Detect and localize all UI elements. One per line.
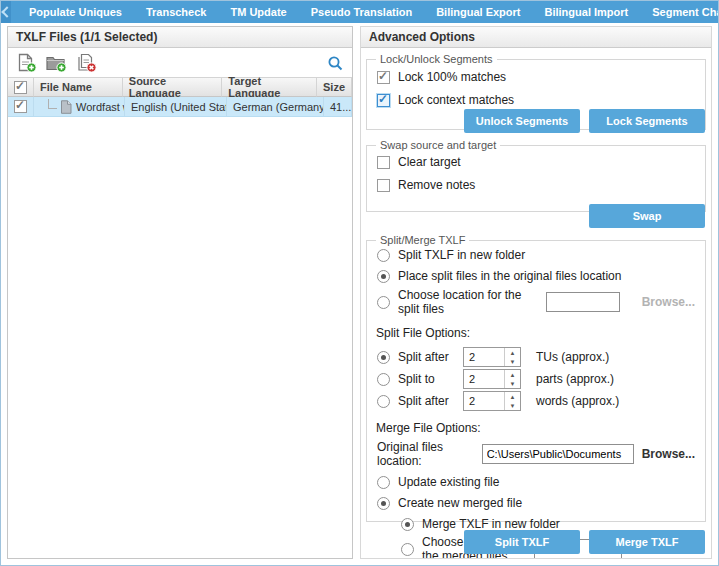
- file-icon: [60, 100, 72, 114]
- tab-bilingual-import[interactable]: Bilingual Import: [533, 1, 641, 23]
- split-tus-value: 2: [464, 348, 504, 366]
- swap-button-row: Swap: [589, 204, 705, 228]
- file-size: 41...: [324, 97, 352, 117]
- swap-button[interactable]: Swap: [589, 204, 705, 228]
- lock-unlock-legend: Lock/Unlock Segments: [376, 53, 497, 65]
- split-after-words-label: Split after: [398, 394, 449, 408]
- split-choose-location-label: Choose location for the split files: [398, 288, 538, 316]
- lock-context-checkbox[interactable]: [377, 94, 390, 107]
- tab-pseudo-translation[interactable]: Pseudo Translation: [299, 1, 424, 23]
- original-location-label: Original files location:: [377, 440, 474, 468]
- lock-100-label: Lock 100% matches: [398, 70, 506, 84]
- tab-tm-update[interactable]: TM Update: [218, 1, 298, 23]
- split-after-tus-label: Split after: [398, 350, 449, 364]
- create-new-merged-radio[interactable]: [377, 497, 390, 510]
- advanced-options-title: Advanced Options: [361, 27, 711, 48]
- tab-segment-changes[interactable]: Segment Changes: [640, 1, 719, 23]
- merge-browse-button[interactable]: Browse...: [642, 447, 695, 461]
- tab-transcheck[interactable]: Transcheck: [134, 1, 219, 23]
- advanced-options-panel: Advanced Options Lock/Unlock Segments Lo…: [360, 26, 712, 559]
- split-location-input[interactable]: [546, 292, 620, 312]
- split-to-parts-label: Split to: [398, 372, 435, 386]
- stepper-arrows-icon[interactable]: ▲▼: [504, 370, 520, 388]
- stepper-arrows-icon[interactable]: ▲▼: [504, 348, 520, 366]
- split-to-parts-radio[interactable]: [377, 373, 390, 386]
- tab-strip: Populate Uniques Transcheck TM Update Ps…: [17, 1, 719, 23]
- table-row[interactable]: Wordfast w... English (United States) Ge…: [8, 97, 352, 117]
- split-merge-buttons-row: Split TXLF Merge TXLF: [464, 530, 705, 554]
- lock-segments-button[interactable]: Lock Segments: [589, 109, 705, 133]
- file-table: File Name Source Language Target Languag…: [8, 77, 352, 117]
- file-toolbar: [8, 48, 352, 77]
- lock-context-label: Lock context matches: [398, 93, 514, 107]
- column-file-name[interactable]: File Name: [34, 77, 123, 97]
- create-new-merged-label: Create new merged file: [398, 496, 522, 510]
- remove-files-icon[interactable]: [75, 53, 98, 73]
- split-merge-legend: Split/Merge TXLF: [376, 234, 469, 246]
- tree-branch-icon: [48, 99, 57, 109]
- merge-new-folder-label: Merge TXLF in new folder: [422, 517, 560, 531]
- file-table-header: File Name Source Language Target Languag…: [8, 77, 352, 97]
- split-original-location-radio[interactable]: [377, 270, 390, 283]
- remove-notes-checkbox[interactable]: [377, 179, 390, 192]
- add-file-icon[interactable]: [16, 53, 38, 73]
- scroll-tabs-left-button[interactable]: [1, 1, 11, 23]
- row-checkbox[interactable]: [14, 100, 27, 113]
- split-new-folder-label: Split TXLF in new folder: [398, 248, 525, 262]
- split-parts-stepper[interactable]: 2 ▲▼: [463, 369, 521, 389]
- split-words-stepper[interactable]: 2 ▲▼: [463, 391, 521, 411]
- column-source-language[interactable]: Source Language: [123, 77, 223, 97]
- column-target-language[interactable]: Target Language: [222, 77, 317, 97]
- lock-100-checkbox[interactable]: [377, 71, 390, 84]
- split-merge-group: Split/Merge TXLF Split TXLF in new folde…: [366, 234, 706, 522]
- remove-notes-label: Remove notes: [398, 178, 475, 192]
- tab-bilingual-export[interactable]: Bilingual Export: [424, 1, 532, 23]
- split-choose-location-radio[interactable]: [377, 296, 390, 309]
- split-file-options-label: Split File Options:: [376, 326, 697, 340]
- search-icon[interactable]: [327, 55, 344, 72]
- split-browse-button: Browse...: [642, 295, 695, 309]
- unlock-segments-button[interactable]: Unlock Segments: [464, 109, 580, 133]
- split-words-value: 2: [464, 392, 504, 410]
- select-all-checkbox[interactable]: [14, 81, 27, 94]
- column-size[interactable]: Size: [317, 77, 352, 97]
- original-location-input[interactable]: [482, 444, 634, 464]
- split-tus-stepper[interactable]: 2 ▲▼: [463, 347, 521, 367]
- split-after-words-radio[interactable]: [377, 395, 390, 408]
- clear-target-checkbox[interactable]: [377, 156, 390, 169]
- swap-group: Swap source and target Clear target Remo…: [366, 139, 706, 212]
- txlf-files-panel-title: TXLF Files (1/1 Selected): [8, 27, 352, 48]
- file-source-language: English (United States): [125, 97, 227, 117]
- file-name: Wordfast w...: [76, 101, 125, 113]
- stepper-arrows-icon[interactable]: ▲▼: [504, 392, 520, 410]
- split-words-suffix: words (approx.): [536, 394, 619, 408]
- file-target-language: German (Germany): [227, 97, 324, 117]
- lock-buttons-row: Unlock Segments Lock Segments: [464, 109, 705, 133]
- split-new-folder-radio[interactable]: [377, 249, 390, 262]
- update-existing-label: Update existing file: [398, 475, 499, 489]
- chevron-left-icon: [1, 6, 12, 17]
- app-window: Populate Uniques Transcheck TM Update Ps…: [0, 0, 719, 566]
- tab-bar: Populate Uniques Transcheck TM Update Ps…: [1, 1, 718, 23]
- txlf-files-panel: TXLF Files (1/1 Selected): [7, 26, 353, 559]
- merge-file-options-label: Merge File Options:: [376, 421, 697, 435]
- swap-legend: Swap source and target: [376, 139, 500, 151]
- split-original-location-label: Place split files in the original files …: [398, 269, 621, 283]
- tab-populate-uniques[interactable]: Populate Uniques: [17, 1, 134, 23]
- add-folder-icon[interactable]: [45, 53, 68, 73]
- file-list-empty-area: [8, 117, 352, 558]
- split-after-tus-radio[interactable]: [377, 351, 390, 364]
- split-parts-value: 2: [464, 370, 504, 388]
- split-tus-suffix: TUs (approx.): [536, 350, 609, 364]
- update-existing-radio[interactable]: [377, 476, 390, 489]
- split-parts-suffix: parts (approx.): [536, 372, 614, 386]
- merge-txlf-button[interactable]: Merge TXLF: [589, 530, 705, 554]
- clear-target-label: Clear target: [398, 155, 461, 169]
- split-txlf-button[interactable]: Split TXLF: [464, 530, 580, 554]
- merge-new-folder-radio[interactable]: [401, 518, 414, 531]
- choose-merged-location-radio[interactable]: [401, 543, 414, 556]
